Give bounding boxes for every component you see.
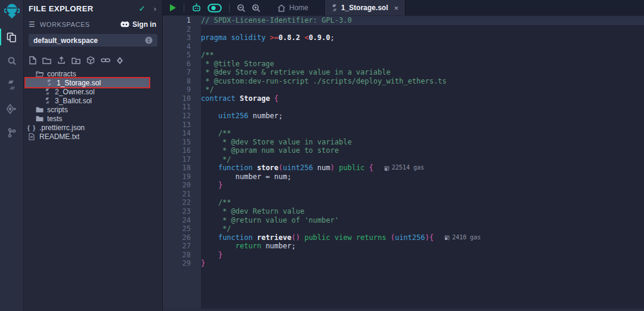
- tab-1-storage-sol[interactable]: 1_Storage.sol ×: [324, 0, 405, 16]
- code-editor[interactable]: 1 // SPDX-License-Identifier: GPL-3.0 2 …: [163, 16, 644, 311]
- line-content: /**: [201, 51, 644, 60]
- tree-item--prettierrc-json[interactable]: { }.prettierrc.json: [24, 123, 162, 132]
- line-content: }: [201, 259, 644, 268]
- tree-item-tests[interactable]: tests: [24, 114, 162, 123]
- code-line: 25 */: [163, 224, 644, 233]
- line-content: }: [201, 181, 644, 190]
- tree-item-scripts[interactable]: scripts: [24, 105, 162, 114]
- solidity-file-icon: [45, 79, 53, 86]
- tree-item-3-ballot-sol[interactable]: 3_Ballot.sol: [24, 96, 162, 105]
- close-tab-icon[interactable]: ×: [394, 4, 399, 13]
- tab-home[interactable]: Home: [271, 0, 315, 16]
- file-explorer-icon: [7, 32, 17, 42]
- ai-assistant-icon: [191, 3, 202, 13]
- zoom-in-button[interactable]: [249, 4, 264, 13]
- tree-item-readme-txt[interactable]: README.txt: [24, 132, 162, 141]
- code-line: 16 * @param num value to store: [163, 146, 644, 155]
- code-line: 21: [163, 190, 644, 199]
- deploy-run-icon: [6, 104, 17, 114]
- file-tree: contracts 1_Storage.sol 2_Owner.sol 3_Ba…: [24, 69, 162, 141]
- code-line: 13: [163, 121, 644, 130]
- link-icon[interactable]: [101, 57, 110, 64]
- code-lines: 1 // SPDX-License-Identifier: GPL-3.0 2 …: [163, 16, 644, 268]
- code-line: 10 contract Storage {: [163, 94, 644, 103]
- line-content: [201, 25, 644, 34]
- line-content: pragma solidity >=0.8.2 <0.9.0;: [201, 33, 644, 42]
- line-content: [201, 190, 644, 199]
- editor-topbar: Home 1_Storage.sol ×: [163, 0, 644, 16]
- tree-item-2-owner-sol[interactable]: 2_Owner.sol: [24, 87, 162, 96]
- line-number: 18: [163, 164, 201, 173]
- code-line: 28 }: [163, 251, 644, 260]
- line-content: */: [201, 85, 644, 94]
- line-number: 29: [163, 259, 201, 268]
- workspace-select[interactable]: default_workspace: [29, 34, 157, 47]
- line-number: 23: [163, 207, 201, 216]
- toggle-on-icon: [208, 4, 222, 13]
- gas-estimate-badge: 2410 gas: [444, 233, 481, 242]
- accept-check-icon[interactable]: ✓: [139, 4, 145, 13]
- code-line: 8 * @custom:dev-run-script ./scripts/dep…: [163, 77, 644, 86]
- line-content: number = num;: [201, 173, 644, 181]
- line-content: * @dev Store value in variable: [201, 138, 644, 147]
- line-number: 11: [163, 103, 201, 112]
- line-number: 19: [163, 173, 201, 181]
- github-signin-button[interactable]: Sign in: [120, 20, 156, 29]
- sidebar-item-search[interactable]: [0, 49, 24, 73]
- separator: [229, 4, 230, 13]
- new-file-icon[interactable]: [29, 56, 36, 64]
- line-number: 27: [163, 242, 201, 251]
- tree-item-contracts[interactable]: contracts: [24, 69, 162, 78]
- search-icon: [7, 56, 17, 66]
- line-content: * @param num value to store: [201, 146, 644, 155]
- solidity-compiler-icon: [7, 80, 16, 90]
- line-content: function store(uint256 num) public {2251…: [201, 164, 644, 173]
- line-number: 5: [163, 51, 201, 60]
- code-line: 17 */: [163, 155, 644, 164]
- line-number: 13: [163, 121, 201, 130]
- workspaces-label: WORKSPACES: [40, 21, 120, 28]
- run-script-button[interactable]: [166, 4, 179, 12]
- line-content: contract Storage {: [201, 94, 644, 103]
- code-line: 11: [163, 103, 644, 112]
- line-content: uint256 number;: [201, 112, 644, 121]
- sidebar-item-solidity-compiler[interactable]: [0, 73, 24, 97]
- line-number: 24: [163, 216, 201, 225]
- line-content: return number;: [201, 242, 644, 251]
- line-number: 21: [163, 190, 201, 199]
- workspace-menu-icon[interactable]: ☰: [29, 20, 35, 29]
- sidebar-item-file-explorer[interactable]: [0, 25, 24, 49]
- ai-toggle-switch[interactable]: [205, 4, 225, 13]
- upload-file-icon[interactable]: [57, 56, 66, 64]
- tree-item-1-storage-sol-annotated[interactable]: 1_Storage.sol: [26, 78, 149, 87]
- workspace-select-caret-icon: [145, 36, 153, 44]
- terminal-resize-handle[interactable]: [163, 309, 644, 311]
- line-number: 9: [163, 85, 201, 94]
- line-content: function retrieve() public view returns …: [201, 233, 644, 242]
- new-folder-icon[interactable]: [42, 57, 51, 64]
- json-icon: { }: [27, 124, 36, 131]
- ipfs-icon[interactable]: [86, 56, 95, 64]
- code-line: 1 // SPDX-License-Identifier: GPL-3.0: [163, 16, 644, 25]
- solidity-file-icon: [43, 88, 51, 95]
- file-icon: [27, 133, 36, 140]
- collapse-chevron-icon[interactable]: ›: [154, 4, 156, 13]
- upload-folder-icon[interactable]: [72, 57, 80, 64]
- line-content: */: [201, 224, 644, 233]
- line-number: 8: [163, 77, 201, 86]
- sidebar-item-git[interactable]: [0, 121, 24, 144]
- remix-ide-window: FILE EXPLORER ✓ › ☰ WORKSPACES Sign in d…: [0, 0, 644, 311]
- line-content: [201, 103, 644, 112]
- zoom-out-button[interactable]: [234, 4, 249, 13]
- remix-logo[interactable]: [0, 0, 24, 23]
- line-number: 7: [163, 68, 201, 77]
- panel-title: FILE EXPLORER: [29, 4, 139, 13]
- file-explorer-panel: FILE EXPLORER ✓ › ☰ WORKSPACES Sign in d…: [24, 0, 163, 311]
- solidity-import-icon[interactable]: [116, 57, 123, 64]
- line-number: 6: [163, 60, 201, 69]
- line-number: 2: [163, 25, 201, 34]
- line-content: /**: [201, 198, 644, 207]
- ai-assistant-button[interactable]: [188, 3, 205, 13]
- sidebar-item-deploy-run[interactable]: [0, 97, 24, 121]
- line-content: */: [201, 155, 644, 164]
